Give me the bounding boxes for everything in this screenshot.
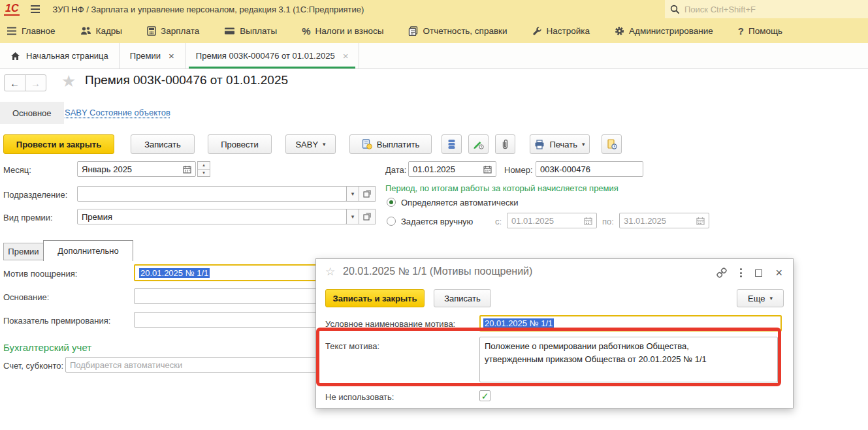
post-button[interactable]: Провести: [208, 134, 272, 154]
scheduled-doc-button[interactable]: [602, 134, 622, 154]
maximize-icon[interactable]: [755, 269, 762, 277]
tab-home[interactable]: Начальная страница: [0, 43, 120, 69]
1c-logo: 1С: [4, 3, 20, 16]
search-input[interactable]: Поиск Ctrl+Shift+F: [665, 0, 868, 18]
sign-button[interactable]: [468, 134, 489, 154]
bonus-type-field[interactable]: Премия: [77, 209, 347, 224]
account-label: Счет, субконто:: [3, 361, 63, 371]
pay-doc-coin-icon: [362, 139, 372, 149]
period-from-label: с:: [495, 217, 502, 226]
saby-dropdown-button[interactable]: SABY ▾: [285, 134, 336, 154]
menu-item-administrirovanie[interactable]: Администрирование: [615, 26, 713, 36]
link-icon[interactable]: [716, 268, 727, 278]
forward-button[interactable]: →: [25, 74, 46, 91]
attachments-button[interactable]: [495, 134, 515, 154]
question-icon: ?: [738, 25, 744, 37]
wrench-icon: [532, 26, 542, 36]
menu-list-icon: [7, 27, 17, 35]
title-bar: 1С ЗУП НФ / Зарплата и управление персон…: [0, 0, 868, 18]
date-field[interactable]: 01.01.2025: [408, 161, 496, 177]
chevron-down-icon: ▾: [582, 141, 585, 147]
paperclip-icon: [501, 139, 509, 149]
not-use-checkbox[interactable]: ✓: [479, 390, 490, 401]
accounting-section-header: Бухгалтерский учет: [3, 342, 91, 353]
pay-button[interactable]: Выплатить: [349, 134, 432, 154]
menu-item-zarplata[interactable]: Зарплата: [147, 26, 199, 36]
calendar-icon[interactable]: [183, 165, 191, 174]
bonus-type-dropdown-button[interactable]: ▾: [346, 209, 359, 224]
report-icon: [408, 26, 418, 36]
print-dropdown-button[interactable]: Печать ▾: [530, 134, 590, 154]
menu-item-glavnoe[interactable]: Главное: [7, 26, 56, 36]
search-placeholder: Поиск Ctrl+Shift+F: [684, 5, 756, 14]
step-down-icon[interactable]: ▾: [198, 170, 210, 177]
tab-premii[interactable]: Премии ×: [120, 43, 185, 69]
app-window: 1С ЗУП НФ / Зарплата и управление персон…: [0, 0, 868, 430]
calendar-icon[interactable]: [483, 165, 492, 174]
close-icon[interactable]: ×: [775, 267, 782, 279]
page-title: Премия 003К-000476 от 01.01.2025: [85, 73, 288, 87]
check-icon: ✓: [481, 391, 489, 401]
database-stack-icon: [447, 139, 456, 149]
period-from-field[interactable]: 01.01.2025: [507, 213, 597, 228]
number-field[interactable]: 003К-000476: [536, 161, 643, 177]
bonus-type-label: Вид премии:: [3, 213, 53, 223]
month-label: Месяц:: [3, 165, 31, 175]
menu-item-nalogi[interactable]: % Налоги и взносы: [302, 25, 383, 37]
period-auto-radio[interactable]: [387, 198, 396, 207]
month-field[interactable]: Январь 2025: [77, 161, 196, 177]
percent-icon: %: [302, 25, 310, 37]
nav-link-saby-status[interactable]: SABY Состояние объектов: [65, 108, 170, 117]
more-menu-icon[interactable]: [740, 268, 742, 277]
chevron-down-icon: ▾: [323, 141, 326, 147]
tab-premiya-document[interactable]: Премия 003К-000476 от 01.01.2025 ×: [185, 43, 360, 69]
save-button[interactable]: Записать: [131, 134, 195, 154]
period-manual-radio[interactable]: [387, 217, 396, 226]
people-icon: [80, 26, 91, 35]
doc-clock-icon: [607, 139, 617, 149]
main-menu-icon[interactable]: [30, 5, 40, 14]
menu-item-kadry[interactable]: Кадры: [80, 26, 122, 36]
back-button[interactable]: ←: [4, 74, 25, 91]
period-to-field[interactable]: 31.01.2025: [619, 213, 709, 228]
department-label: Подразделение:: [3, 190, 67, 200]
dialog-save-button[interactable]: Записать: [434, 289, 491, 307]
period-to-label: по:: [602, 217, 614, 226]
period-manual-label: Задается вручную: [401, 217, 473, 226]
close-icon[interactable]: ×: [343, 50, 349, 61]
menu-item-otchetnost[interactable]: Отчетность, справки: [408, 26, 507, 36]
chevron-down-icon: ▾: [769, 295, 773, 301]
menu-item-nastroyka[interactable]: Настройка: [532, 26, 590, 36]
department-field[interactable]: [77, 186, 347, 202]
subtab-bonuses[interactable]: Премии: [3, 243, 44, 260]
close-icon[interactable]: ×: [169, 50, 174, 61]
not-use-label: Не использовать:: [325, 392, 394, 402]
card-icon: [224, 27, 235, 35]
open-form-icon: [363, 190, 371, 198]
step-up-icon[interactable]: ▴: [198, 162, 210, 170]
menu-item-pomosh[interactable]: ? Помощь: [738, 25, 782, 37]
open-form-icon: [363, 213, 371, 221]
period-auto-label: Определяется автоматически: [401, 198, 519, 207]
section-menu-bar: Главное Кадры Зарплата Выплаты % Налоги …: [0, 18, 868, 43]
dialog-save-close-button[interactable]: Записать и закрыть: [325, 289, 425, 307]
department-open-button[interactable]: [359, 186, 376, 202]
calendar-icon[interactable]: [584, 217, 592, 225]
menu-item-vyplaty[interactable]: Выплаты: [224, 26, 277, 36]
month-stepper[interactable]: ▴▾: [197, 161, 210, 177]
bonus-type-open-button[interactable]: [359, 209, 376, 224]
indicator-label: Показатель премирования:: [3, 316, 110, 326]
dialog-title: 20.01.2025 № 1/1 (Мотивы поощрений): [343, 266, 532, 277]
app-title: ЗУП НФ / Зарплата и управление персонало…: [52, 5, 364, 14]
post-and-close-button[interactable]: Провести и закрыть: [3, 134, 114, 154]
dialog-more-button[interactable]: Еще ▾: [737, 289, 784, 307]
subtab-additional[interactable]: Дополнительно: [43, 240, 133, 261]
department-dropdown-button[interactable]: ▾: [346, 186, 359, 202]
nav-link-main[interactable]: Основное: [0, 102, 64, 124]
register-records-button[interactable]: [442, 134, 462, 154]
favorite-star-outline-icon[interactable]: ☆: [325, 265, 335, 279]
search-icon: [670, 5, 680, 14]
calendar-icon[interactable]: [696, 217, 705, 225]
pencil-clock-icon: [473, 139, 484, 149]
favorite-star-icon[interactable]: ★: [61, 72, 76, 91]
